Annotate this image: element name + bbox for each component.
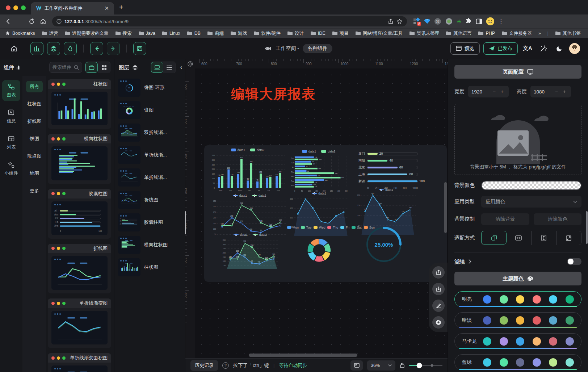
close-window-button[interactable] <box>6 5 10 10</box>
dashboard-chart-area2[interactable]: data1data2050100150200250300350120200150… <box>220 232 280 269</box>
help-icon[interactable]: ? <box>222 362 229 369</box>
bookmark-star-icon[interactable] <box>396 18 403 25</box>
undo-button[interactable] <box>90 42 103 55</box>
bookmark-folder[interactable]: 设计 <box>287 30 304 37</box>
rail-item-2[interactable]: 列表 <box>2 132 20 153</box>
theme-color-dot[interactable] <box>566 295 574 304</box>
user-avatar[interactable] <box>569 43 580 54</box>
filter-toggle[interactable] <box>567 258 581 265</box>
category-0[interactable]: 所有 <box>26 81 43 92</box>
component-card-line[interactable]: 折线图 <box>48 244 111 293</box>
theme-color-dot[interactable] <box>549 316 557 325</box>
bookmarks-root[interactable]: Bookmarks <box>5 31 35 36</box>
project-name-badge[interactable]: 各种组件 <box>303 44 332 53</box>
theme-option-1[interactable]: 暗淡 <box>454 312 581 328</box>
theme-color-dot[interactable] <box>533 337 541 346</box>
publish-button[interactable]: 已发布 <box>483 42 518 55</box>
settings-gear-icon[interactable] <box>432 316 445 329</box>
theme-option-0[interactable]: 明亮 <box>454 291 581 307</box>
category-1[interactable]: 柱状图 <box>24 98 45 110</box>
theme-color-dot[interactable] <box>483 358 491 367</box>
grey-extension-icon[interactable]: ⌘ <box>434 18 441 25</box>
reload-button[interactable] <box>27 17 36 26</box>
dashboard-title-text[interactable]: 编辑大屏报表 <box>231 85 316 103</box>
layers-panel-toggle-button[interactable] <box>47 42 60 55</box>
other-bookmarks[interactable]: 其他书签 <box>555 30 581 37</box>
site-info-icon[interactable] <box>56 19 62 24</box>
maximize-window-button[interactable] <box>21 5 26 10</box>
chart-panel-toggle-button[interactable] <box>30 42 43 55</box>
collapse-layers-chevron[interactable]: ‹ <box>179 64 182 71</box>
language-toggle-icon[interactable]: 文A <box>521 42 534 55</box>
theme-color-dot[interactable] <box>500 295 508 304</box>
bookmark-folder[interactable]: 近期需要读的文章 <box>65 30 109 37</box>
fit-scale-option[interactable] <box>481 231 507 244</box>
clear-color-button[interactable]: 清除颜色 <box>534 213 582 225</box>
theme-color-dot[interactable] <box>566 316 574 325</box>
back-button[interactable] <box>4 17 13 26</box>
canvas-grid[interactable]: 编辑大屏报表 data1data205010015020025030035012… <box>195 68 448 358</box>
theme-color-dot[interactable] <box>516 358 524 367</box>
background-upload-dropzone[interactable]: 背景图需小于 5M ， 格式为 png/jpg/gif 的文件 <box>454 104 581 175</box>
redo-button[interactable] <box>107 42 120 55</box>
home-button[interactable] <box>38 17 48 26</box>
theme-color-dot[interactable] <box>516 295 524 304</box>
theme-color-dot[interactable] <box>483 337 491 346</box>
layers-view-thumbnail-toggle[interactable] <box>151 62 163 73</box>
theme-color-header[interactable]: 主题颜色 <box>454 272 581 285</box>
panel-resize-handle[interactable] <box>185 211 186 234</box>
dark-mode-moon-icon[interactable] <box>553 42 566 55</box>
bookmark-folder[interactable]: 文件服务器 <box>501 30 532 37</box>
theme-color-dot[interactable] <box>533 358 541 367</box>
category-6[interactable]: 更多 <box>26 185 43 197</box>
dashboard-chart-capsule[interactable]: 厦门20南阳40北京60上海80新疆100020406080100 <box>356 150 418 191</box>
dashboard-chart-pie[interactable]: MonTueWedThuFriSatSun <box>295 225 366 271</box>
share-icon[interactable] <box>388 18 394 24</box>
extensions-puzzle-icon[interactable] <box>465 18 472 25</box>
component-view-toggle-grid[interactable] <box>98 62 110 73</box>
layer-item[interactable]: 横向柱状图 <box>118 236 183 254</box>
lock-icon[interactable] <box>400 362 405 368</box>
layer-item[interactable]: 双折线渐... <box>118 124 183 142</box>
bookmark-folder[interactable]: 运营 <box>42 30 58 37</box>
width-stepper[interactable]: 1920− + <box>468 86 509 97</box>
gem-extension-icon[interactable] <box>424 18 430 24</box>
preview-button[interactable]: 预览 <box>450 42 480 55</box>
rail-item-3[interactable]: 小组件 <box>2 158 20 179</box>
history-button[interactable]: 历史记录 <box>190 360 218 371</box>
canvas-vertical-scrollbar[interactable] <box>444 182 447 233</box>
zoom-slider-knob[interactable] <box>416 363 422 368</box>
category-2[interactable]: 折线图 <box>24 116 45 127</box>
layer-item[interactable]: 饼图 <box>118 101 183 119</box>
fit-height-option[interactable] <box>532 231 556 245</box>
side-panel-icon[interactable] <box>476 18 482 25</box>
theme-color-dot[interactable] <box>500 358 508 367</box>
component-card-bar[interactable]: 柱状图 <box>48 79 111 129</box>
bookmark-folder[interactable]: 网站/博客/文章/工具 <box>355 30 403 37</box>
bookmark-folder[interactable]: 软件/硬件 <box>253 30 280 37</box>
bookmark-folder[interactable]: 前端 <box>207 30 224 37</box>
component-view-toggle-box[interactable] <box>85 62 98 73</box>
minimize-window-button[interactable] <box>13 5 18 10</box>
theme-color-dot[interactable] <box>516 316 524 325</box>
theme-color-dot[interactable] <box>516 337 524 346</box>
canvas-horizontal-scrollbar[interactable] <box>249 354 357 357</box>
component-card-area[interactable]: 单折线渐变面积图 <box>48 353 111 372</box>
browser-menu-icon[interactable]: ⋮ <box>498 18 504 25</box>
theme-color-dot[interactable] <box>566 337 574 346</box>
chevron-right-icon[interactable] <box>469 259 471 264</box>
settings-scrollbar[interactable] <box>586 211 588 244</box>
zoom-level-select[interactable]: 36% <box>367 360 395 371</box>
forward-button[interactable] <box>15 17 25 26</box>
bookmark-folder[interactable]: IDE <box>310 31 326 36</box>
category-5[interactable]: 地图 <box>26 168 43 179</box>
bg-color-swatch[interactable] <box>481 181 581 190</box>
bookmark-folder[interactable]: Java <box>138 31 155 36</box>
theme-color-dot[interactable] <box>483 316 491 325</box>
bookmarks-overflow-chevron[interactable]: » <box>538 31 541 36</box>
export-button[interactable] <box>432 266 445 279</box>
dashboard-chart-bar[interactable]: data1data2050100150200250300350120200150… <box>209 147 286 192</box>
fit-stretch-option[interactable] <box>556 231 581 245</box>
category-4[interactable]: 散点图 <box>24 150 45 162</box>
layer-item[interactable]: 折线图 <box>118 191 183 209</box>
